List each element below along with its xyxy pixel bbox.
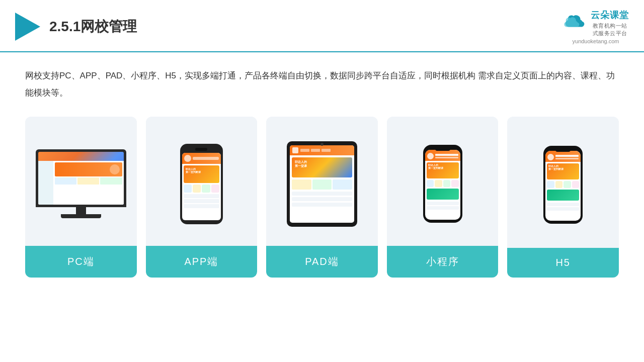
phone-list-1 <box>184 194 219 198</box>
tablet-card-1 <box>292 179 311 190</box>
mini-icons-row <box>427 180 459 187</box>
mini-icon-3 <box>443 180 451 187</box>
mini-banner: 职达人的第一堂判断课 <box>427 162 459 178</box>
h5-list <box>547 190 579 211</box>
mini-list <box>427 189 459 210</box>
mini-header-line1 <box>435 154 458 156</box>
miniprogram-label: 小程序 <box>387 246 499 278</box>
tablet-screen-body: 职达人的第一堂课 <box>290 155 354 209</box>
h5-icon-2 <box>555 181 563 188</box>
tablet-header-nav <box>300 149 352 152</box>
pad-tablet-mockup: 职达人的第一堂课 <box>287 141 357 227</box>
mini-icon-1 <box>427 180 434 187</box>
tablet-header-logo <box>292 147 298 153</box>
cloud-logo: 云朵课堂 教育机构一站式服务云平台 <box>562 9 629 37</box>
h5-image-area: 职达人的第一堂判断课 <box>507 117 619 248</box>
monitor-screen <box>38 152 124 205</box>
h5-screen-body: 职达人的第一堂判断课 <box>545 162 581 212</box>
tablet-nav-1 <box>300 149 309 152</box>
phone-icon-3 <box>202 185 210 193</box>
mini-list-row-1 <box>427 202 459 205</box>
description-text: 网校支持PC、APP、PAD、小程序、H5，实现多端打通，产品各终端自由切换，数… <box>25 67 619 102</box>
tablet-cards-grid <box>292 179 352 190</box>
phone-banner-text: 职达人的第一堂判断课 <box>186 167 201 174</box>
phone-icon-4 <box>211 185 219 193</box>
h5-icon-3 <box>564 181 571 188</box>
mini-list-row-2 <box>427 206 459 210</box>
logo-tagline: 教育机构一站式服务云平台 <box>591 22 629 37</box>
screen-main-area <box>53 161 124 205</box>
pc-monitor-mockup <box>36 149 126 218</box>
tablet-screen-header <box>290 145 354 155</box>
mini-highlight-item <box>427 189 459 200</box>
miniprogram-image-area: 职达人的第一堂判断课 <box>387 117 499 246</box>
tablet-nav-2 <box>311 149 320 152</box>
h5-card: 职达人的第一堂判断课 <box>507 117 619 278</box>
tablet-row-2 <box>292 197 352 201</box>
h5-label: H5 <box>507 248 619 278</box>
h5-header-line1 <box>555 155 579 157</box>
mini-screen-body: 职达人的第一堂判断课 <box>425 161 460 211</box>
h5-icon-4 <box>572 181 580 188</box>
h5-highlight-item <box>547 190 579 201</box>
cards-container: PC端 职达人的第一堂判断课 <box>25 117 619 278</box>
h5-phone-notch <box>555 148 571 152</box>
h5-icons-row <box>547 181 579 188</box>
logo-url: yunduoketang.com <box>573 38 619 44</box>
h5-phone-mockup: 职达人的第一堂判断课 <box>543 146 583 224</box>
tablet-banner: 职达人的第一堂课 <box>292 157 352 177</box>
monitor-stand-neck <box>76 207 86 214</box>
phone-list-2 <box>184 199 219 203</box>
logo-text-group: 云朵课堂 教育机构一站式服务云平台 <box>591 9 629 37</box>
phone-avatar-icon <box>184 155 191 162</box>
phone-screen-header <box>182 153 221 164</box>
tablet-card-2 <box>312 179 332 190</box>
h5-banner-text: 职达人的第一堂判断课 <box>548 165 564 171</box>
phone-icons-row <box>184 185 219 193</box>
pc-image-area <box>25 117 137 246</box>
brand-triangle-icon <box>15 13 40 41</box>
grid-item-1 <box>55 177 76 185</box>
phone-list-3 <box>184 204 219 208</box>
monitor-frame <box>36 149 126 207</box>
page-title: 2.5.1网校管理 <box>49 17 137 36</box>
phone-screen-body: 职达人的第一堂判断课 <box>182 164 221 211</box>
mini-icon-2 <box>435 180 442 187</box>
pad-image-area: 职达人的第一堂课 <box>266 117 378 246</box>
h5-phone-screen: 职达人的第一堂判断课 <box>545 151 581 221</box>
grid-item-2 <box>77 177 99 185</box>
tablet-camera <box>320 143 324 146</box>
tablet-card-3 <box>333 179 352 190</box>
monitor-stand-base <box>61 214 101 218</box>
app-image-area: 职达人的第一堂判断课 <box>146 117 258 246</box>
screen-grid <box>55 177 122 185</box>
pc-label: PC端 <box>25 246 137 278</box>
pad-label: PAD端 <box>266 246 378 278</box>
tablet-banner-text: 职达人的第一堂课 <box>295 160 307 168</box>
grid-item-3 <box>100 177 122 185</box>
main-content: 网校支持PC、APP、PAD、小程序、H5，实现多端打通，产品各终端自由切换，数… <box>0 52 644 288</box>
tablet-rows <box>292 192 352 207</box>
mini-screen-header <box>425 150 460 161</box>
screen-content <box>38 161 124 205</box>
screen-sidebar <box>38 161 53 205</box>
mini-icon-4 <box>451 180 459 187</box>
tablet-row-3 <box>292 203 352 207</box>
miniprogram-phone-mockup: 职达人的第一堂判断课 <box>423 145 462 223</box>
h5-list-row-2 <box>547 207 579 211</box>
tablet-screen: 职达人的第一堂课 <box>290 145 354 223</box>
tablet-nav-3 <box>321 149 331 152</box>
mini-phone-notch <box>435 147 450 151</box>
h5-icon-1 <box>547 181 554 188</box>
h5-header-texts <box>555 155 579 159</box>
phone-notch <box>195 148 207 151</box>
mini-banner-text: 职达人的第一堂判断课 <box>428 164 443 170</box>
mini-phone-screen: 职达人的第一堂判断课 <box>425 150 460 220</box>
h5-screen-header <box>545 151 581 162</box>
app-label: APP端 <box>146 246 258 278</box>
logo-text-main: 云朵课堂 <box>591 9 629 21</box>
screen-banner <box>55 162 122 176</box>
phone-icon-1 <box>184 185 192 193</box>
app-phone-mockup: 职达人的第一堂判断课 <box>180 144 223 224</box>
phone-icon-2 <box>193 185 201 193</box>
